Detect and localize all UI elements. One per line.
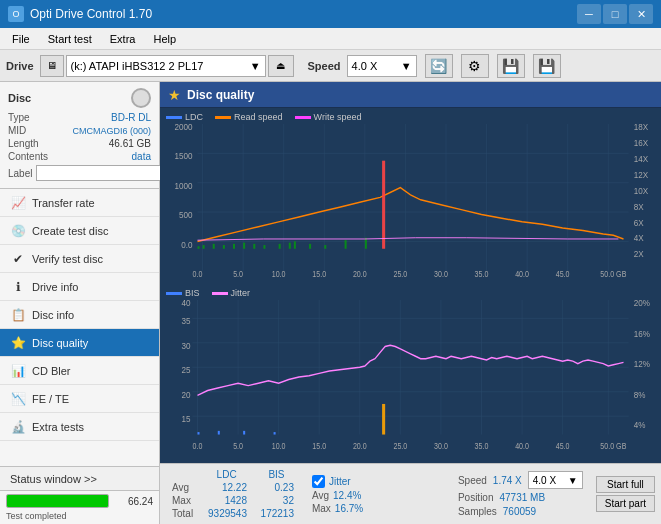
status-section: Status window >> 66.24 Test completed xyxy=(0,466,159,524)
close-button[interactable]: ✕ xyxy=(629,4,653,24)
drivebar: Drive 🖥 (k:) ATAPI iHBS312 2 PL17 ▼ ⏏ Sp… xyxy=(0,50,661,82)
sidebar-item-create-test-disc-label: Create test disc xyxy=(32,225,108,237)
settings-button[interactable]: ⚙ xyxy=(461,54,489,78)
disc-label-row: Label ✎ xyxy=(8,164,151,182)
stats-avg-row: Avg 12.22 0.23 xyxy=(166,481,300,494)
disc-length-label: Length xyxy=(8,138,39,149)
jitter-check-row: Jitter xyxy=(312,475,446,488)
samples-val: 760059 xyxy=(503,506,536,517)
svg-rect-51 xyxy=(294,241,296,248)
drive-eject-button[interactable]: ⏏ xyxy=(268,55,294,77)
start-part-button[interactable]: Start part xyxy=(596,495,655,512)
drive-computer-icon: 🖥 xyxy=(40,55,64,77)
samples-row: Samples 760059 xyxy=(458,506,592,517)
sidebar-item-disc-quality[interactable]: ⭐ Disc quality xyxy=(0,329,159,357)
position-val: 47731 MB xyxy=(499,492,545,503)
sidebar-item-create-test-disc[interactable]: 💿 Create test disc xyxy=(0,217,159,245)
svg-text:4%: 4% xyxy=(634,420,646,431)
svg-rect-46 xyxy=(243,243,245,249)
sidebar-item-verify-test-disc[interactable]: ✔ Verify test disc xyxy=(0,245,159,273)
progress-row: 66.24 xyxy=(0,491,159,511)
svg-rect-52 xyxy=(309,244,311,249)
svg-text:5.0: 5.0 xyxy=(233,269,243,279)
test-completed-label: Test completed xyxy=(0,511,159,524)
stats-panel: LDC BIS Avg 12.22 0.23 Max xyxy=(160,463,661,524)
content-area: ★ Disc quality LDC Read speed xyxy=(160,82,661,524)
disc-title: Disc xyxy=(8,92,31,104)
status-window-button[interactable]: Status window >> xyxy=(0,467,159,491)
fe-te-icon: 📉 xyxy=(10,391,26,407)
content-header-title: Disc quality xyxy=(187,88,254,102)
minimize-button[interactable]: ─ xyxy=(577,4,601,24)
transfer-rate-icon: 📈 xyxy=(10,195,26,211)
svg-text:20: 20 xyxy=(181,389,190,400)
legend-jitter: Jitter xyxy=(212,288,251,298)
disc-length-value: 46.61 GB xyxy=(109,138,151,149)
svg-text:25.0: 25.0 xyxy=(393,442,407,452)
svg-text:30.0: 30.0 xyxy=(434,269,448,279)
disc-label-input[interactable] xyxy=(36,165,169,181)
svg-text:15.0: 15.0 xyxy=(312,442,326,452)
drive-select-chevron: ▼ xyxy=(250,60,261,72)
svg-text:4X: 4X xyxy=(634,233,644,244)
start-full-button[interactable]: Start full xyxy=(596,476,655,493)
speed-select[interactable]: 4.0 X ▼ xyxy=(347,55,417,77)
speed-dropdown[interactable]: 4.0 X ▼ xyxy=(528,471,583,489)
save-button[interactable]: 💾 xyxy=(533,54,561,78)
sidebar-item-transfer-rate[interactable]: 📈 Transfer rate xyxy=(0,189,159,217)
legend-jitter-dot xyxy=(212,292,228,295)
sidebar-item-fe-te[interactable]: 📉 FE / TE xyxy=(0,385,159,413)
progress-bar xyxy=(6,494,109,508)
menu-file[interactable]: File xyxy=(4,31,38,47)
menu-help[interactable]: Help xyxy=(145,31,184,47)
legend-jitter-label: Jitter xyxy=(231,288,251,298)
sidebar-item-cd-bler[interactable]: 📊 CD Bler xyxy=(0,357,159,385)
legend-bis-dot xyxy=(166,292,182,295)
menu-extra[interactable]: Extra xyxy=(102,31,144,47)
burn-button[interactable]: 💾 xyxy=(497,54,525,78)
sidebar-item-extra-tests[interactable]: 🔬 Extra tests xyxy=(0,413,159,441)
svg-rect-97 xyxy=(218,431,220,435)
drive-label: Drive xyxy=(6,60,34,72)
menu-start-test[interactable]: Start test xyxy=(40,31,100,47)
legend-ldc-dot xyxy=(166,116,182,119)
stats-total-ldc: 9329543 xyxy=(200,507,253,520)
jitter-checkbox[interactable] xyxy=(312,475,325,488)
svg-rect-56 xyxy=(382,161,385,249)
legend-write-label: Write speed xyxy=(314,112,362,122)
main-layout: Disc Type BD-R DL MID CMCMAGDI6 (000) Le… xyxy=(0,82,661,524)
svg-rect-57 xyxy=(162,300,659,459)
refresh-button[interactable]: 🔄 xyxy=(425,54,453,78)
svg-text:45.0: 45.0 xyxy=(556,442,570,452)
svg-text:8X: 8X xyxy=(634,201,644,212)
stats-avg-bis: 0.23 xyxy=(253,481,300,494)
legend-bis-label: BIS xyxy=(185,288,200,298)
disc-panel: Disc Type BD-R DL MID CMCMAGDI6 (000) Le… xyxy=(0,82,159,189)
disc-length-row: Length 46.61 GB xyxy=(8,138,151,149)
jitter-label: Jitter xyxy=(329,476,351,487)
titlebar-left: O Opti Drive Control 1.70 xyxy=(8,6,152,22)
svg-text:18X: 18X xyxy=(634,124,648,132)
maximize-button[interactable]: □ xyxy=(603,4,627,24)
chart1-legend: LDC Read speed Write speed xyxy=(162,110,659,124)
svg-text:14X: 14X xyxy=(634,153,648,164)
disc-contents-row: Contents data xyxy=(8,151,151,162)
svg-text:0.0: 0.0 xyxy=(193,269,203,279)
svg-rect-50 xyxy=(289,243,291,249)
sidebar-item-drive-info[interactable]: ℹ Drive info xyxy=(0,273,159,301)
sidebar-item-fe-te-label: FE / TE xyxy=(32,393,69,405)
sidebar-item-disc-info[interactable]: 📋 Disc info xyxy=(0,301,159,329)
svg-rect-44 xyxy=(223,245,225,249)
speed-select-value: 4.0 X xyxy=(352,60,378,72)
disc-label-label: Label xyxy=(8,168,32,179)
chart1-svg: 2000 1500 1000 500 0.0 18X 16X 14X 12X 1… xyxy=(162,124,659,283)
svg-text:20.0: 20.0 xyxy=(353,442,367,452)
speed-value-text: 1.74 X xyxy=(493,475,522,486)
stats-row: LDC BIS Avg 12.22 0.23 Max xyxy=(166,468,655,520)
disc-type-label: Type xyxy=(8,112,30,123)
svg-rect-53 xyxy=(324,245,326,249)
stats-total-label: Total xyxy=(166,507,200,520)
drive-select[interactable]: (k:) ATAPI iHBS312 2 PL17 ▼ xyxy=(66,55,266,77)
svg-rect-48 xyxy=(263,245,265,249)
legend-write-dot xyxy=(295,116,311,119)
